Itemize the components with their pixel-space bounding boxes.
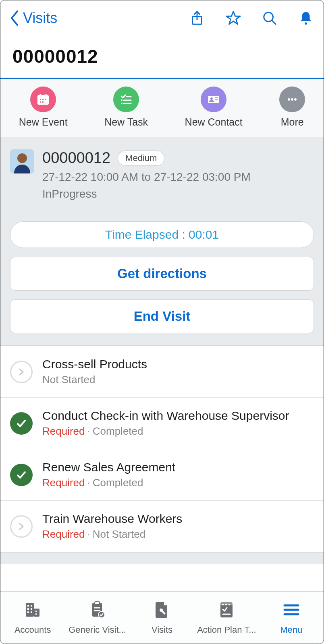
- task-subtitle: Required·Not Started: [42, 528, 182, 541]
- tab-accounts[interactable]: Accounts: [2, 601, 63, 635]
- share-button[interactable]: [189, 10, 205, 26]
- get-directions-button[interactable]: Get directions: [10, 257, 314, 291]
- svg-point-28: [17, 153, 27, 163]
- svg-point-19: [121, 99, 123, 101]
- star-icon: [226, 10, 241, 26]
- required-label: Required: [42, 528, 85, 540]
- task-title: Conduct Check-in with Warehouse Supervis…: [42, 409, 289, 423]
- svg-rect-35: [27, 611, 29, 613]
- tab-generic-visit-[interactable]: Generic Visit...: [67, 601, 128, 635]
- action-buttons: Time Elapsed : 00:01 Get directions End …: [0, 214, 324, 346]
- tab-action-plan-t-[interactable]: Action Plan T...: [196, 601, 257, 635]
- task-subtitle: Not Started: [42, 374, 147, 386]
- chevron-left-icon: [10, 10, 20, 26]
- svg-rect-31: [27, 605, 29, 607]
- svg-point-22: [210, 97, 213, 100]
- record-status: InProgress: [42, 188, 251, 200]
- task-subtitle: Required·Completed: [42, 425, 289, 438]
- tab-label: Menu: [280, 625, 302, 635]
- action-label: More: [281, 116, 304, 128]
- required-label: Required: [42, 425, 85, 437]
- checklist-doc-icon: [217, 601, 236, 621]
- svg-rect-46: [222, 604, 224, 605]
- time-elapsed-button[interactable]: Time Elapsed : 00:01: [10, 221, 314, 248]
- building-icon: [23, 601, 42, 621]
- bell-icon: [298, 10, 314, 26]
- menu-icon: [282, 601, 301, 621]
- svg-point-25: [288, 98, 290, 101]
- share-icon: [189, 10, 205, 26]
- back-button[interactable]: Visits: [10, 10, 57, 27]
- task-title: Cross-sell Products: [42, 357, 147, 371]
- svg-rect-36: [31, 611, 32, 613]
- task-item[interactable]: Renew Sales AgreementRequired·Completed: [0, 449, 324, 501]
- svg-rect-15: [42, 101, 44, 103]
- svg-rect-32: [31, 605, 32, 607]
- svg-rect-38: [35, 613, 37, 615]
- chevron-circle-icon: [10, 515, 33, 538]
- top-actions: [189, 10, 314, 26]
- svg-point-5: [305, 22, 307, 25]
- back-label: Visits: [23, 10, 57, 27]
- tab-label: Action Plan T...: [197, 625, 256, 635]
- task-status: Completed: [93, 425, 143, 437]
- end-visit-button[interactable]: End Visit: [10, 299, 314, 333]
- svg-rect-14: [40, 101, 41, 103]
- chevron-circle-icon: [10, 361, 33, 383]
- calendar-icon: [30, 87, 56, 112]
- required-label: Required: [42, 477, 85, 489]
- svg-rect-11: [40, 99, 41, 100]
- action-new-contact[interactable]: New Contact: [185, 87, 243, 128]
- action-label: New Event: [19, 116, 68, 128]
- action-new-task[interactable]: New Task: [104, 87, 148, 128]
- search-button[interactable]: [262, 10, 278, 26]
- action-label: New Task: [104, 116, 148, 128]
- check-circle-icon: [10, 464, 33, 486]
- svg-rect-13: [45, 99, 46, 100]
- action-new-event[interactable]: New Event: [19, 87, 68, 128]
- svg-rect-29: [26, 603, 34, 617]
- svg-rect-33: [27, 608, 29, 610]
- svg-rect-37: [35, 611, 37, 612]
- tab-label: Generic Visit...: [69, 625, 126, 635]
- task-item[interactable]: Conduct Check-in with Warehouse Supervis…: [0, 398, 324, 449]
- svg-rect-34: [31, 608, 32, 610]
- svg-rect-48: [228, 604, 230, 605]
- page-title: 00000012: [0, 36, 324, 79]
- tab-visits[interactable]: Visits: [132, 601, 192, 635]
- svg-point-26: [291, 98, 293, 101]
- checklist-icon: [113, 87, 139, 112]
- svg-rect-40: [95, 602, 100, 605]
- notifications-button[interactable]: [298, 10, 314, 26]
- task-status: Completed: [93, 477, 143, 489]
- task-status: Not Started: [42, 374, 96, 386]
- action-more[interactable]: More: [279, 87, 305, 128]
- top-nav: Visits: [0, 0, 324, 36]
- svg-line-4: [272, 21, 276, 25]
- svg-point-27: [294, 98, 297, 101]
- quick-actions: New EventNew TaskNew ContactMore: [0, 79, 324, 137]
- bottom-tabs: AccountsGeneric Visit...VisitsAction Pla…: [0, 591, 324, 644]
- task-item[interactable]: Train Warehouse WorkersRequired·Not Star…: [0, 501, 324, 552]
- avatar: [10, 149, 34, 173]
- task-item[interactable]: Cross-sell ProductsNot Started: [0, 346, 324, 398]
- priority-badge: Medium: [118, 151, 164, 166]
- check-circle-icon: [10, 412, 33, 435]
- favorite-button[interactable]: [225, 10, 241, 26]
- svg-rect-12: [42, 99, 44, 100]
- tab-menu[interactable]: Menu: [261, 601, 322, 635]
- file-wrench-icon: [153, 601, 171, 621]
- task-status: Not Started: [93, 528, 146, 540]
- svg-marker-2: [226, 12, 240, 24]
- search-icon: [262, 10, 277, 26]
- id-card-icon: [201, 87, 226, 112]
- dots-icon: [279, 87, 305, 112]
- task-subtitle: Required·Completed: [42, 477, 175, 489]
- svg-rect-30: [34, 609, 39, 617]
- svg-point-20: [121, 103, 123, 104]
- record-id: 00000012: [42, 149, 110, 167]
- clipboard-check-icon: [88, 601, 107, 621]
- tab-label: Accounts: [15, 625, 51, 635]
- task-title: Renew Sales Agreement: [42, 460, 175, 474]
- action-label: New Contact: [185, 116, 243, 128]
